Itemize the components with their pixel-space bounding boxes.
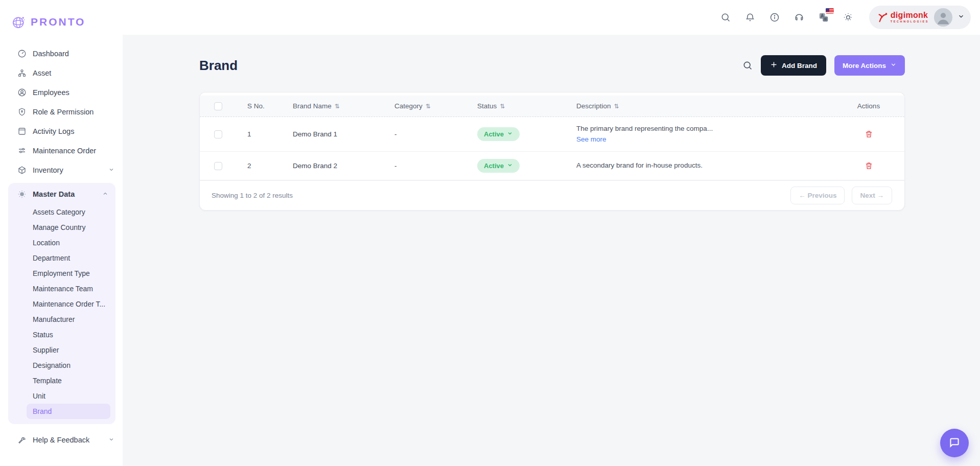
wrench-icon (17, 435, 27, 445)
table-footer: Showing 1 to 2 of 2 results ← Previous N… (200, 180, 904, 210)
table-search-icon[interactable] (742, 60, 753, 71)
sidebar-item-maintenance-order-type[interactable]: Maintenance Order T... (27, 296, 110, 312)
language-translate-icon[interactable]: A✶ (818, 12, 829, 23)
cell-sno: 1 (233, 130, 278, 138)
cell-sno: 2 (233, 162, 278, 170)
search-icon[interactable] (720, 12, 731, 23)
logo-text: PRONTO (31, 16, 85, 28)
sidebar-item-brand[interactable]: Brand (27, 404, 110, 419)
col-header-description[interactable]: Description⇅ (562, 102, 833, 110)
sort-icon[interactable]: ⇅ (614, 103, 619, 110)
col-header-sno: S No. (247, 102, 265, 110)
us-flag-icon (826, 8, 834, 14)
cell-category: - (380, 130, 463, 138)
sidebar-item-label: Asset (33, 69, 51, 77)
sub-item-label: Status (33, 331, 53, 339)
profile-menu[interactable]: digimonk TECHNOLOGIES (869, 6, 971, 29)
sort-icon[interactable]: ⇅ (500, 103, 505, 110)
table-row: 2 Demo Brand 2 - Active A secondary bran… (200, 152, 904, 180)
sort-icon[interactable]: ⇅ (426, 103, 431, 110)
sidebar-item-status[interactable]: Status (27, 327, 110, 342)
sidebar-item-assets-category[interactable]: Assets Category (27, 204, 110, 220)
sidebar-item-label: Employees (33, 88, 69, 97)
sidebar-item-employment-type[interactable]: Employment Type (27, 266, 110, 281)
sidebar-item-supplier[interactable]: Supplier (27, 342, 110, 358)
row-checkbox[interactable] (214, 130, 222, 138)
sidebar-item-employees[interactable]: Employees (0, 83, 123, 102)
topbar: A✶ digimonk TECHNOLOGIES (123, 0, 980, 35)
next-page-button[interactable]: Next → (852, 187, 892, 204)
sub-item-label: Department (33, 254, 70, 262)
sub-item-label: Location (33, 239, 60, 247)
col-label: Actions (857, 102, 880, 110)
sidebar-item-inventory[interactable]: Inventory (0, 160, 123, 180)
sub-item-label: Maintenance Team (33, 285, 93, 293)
plus-icon (770, 61, 778, 70)
cell-description: The primary brand representing the compa… (562, 124, 833, 145)
chevron-up-icon (102, 190, 108, 198)
sidebar-item-maintenance-order[interactable]: Maintenance Order (0, 141, 123, 160)
more-actions-button[interactable]: More Actions (834, 55, 905, 76)
sidebar-item-manufacturer[interactable]: Manufacturer (27, 312, 110, 327)
col-header-category[interactable]: Category⇅ (380, 102, 463, 110)
previous-page-button[interactable]: ← Previous (790, 187, 845, 204)
sort-icon[interactable]: ⇅ (335, 103, 340, 110)
sidebar-item-role-permission[interactable]: Role & Permission (0, 102, 123, 122)
sidebar-item-label: Role & Permission (33, 108, 94, 116)
sidebar-item-location[interactable]: Location (27, 235, 110, 250)
sub-item-label: Supplier (33, 346, 59, 354)
sub-item-label: Manage Country (33, 223, 86, 231)
sub-item-label: Designation (33, 361, 71, 369)
notifications-bell-icon[interactable] (744, 12, 756, 23)
sidebar-item-dashboard[interactable]: Dashboard (0, 44, 123, 63)
sidebar-item-maintenance-team[interactable]: Maintenance Team (27, 281, 110, 296)
status-badge[interactable]: Active (477, 127, 520, 141)
delete-button[interactable] (862, 128, 875, 141)
status-label: Active (484, 130, 504, 138)
table-row: 1 Demo Brand 1 - Active The primary bran… (200, 117, 904, 152)
support-headset-icon[interactable] (794, 12, 805, 23)
logo[interactable]: PRONTO (0, 8, 123, 33)
sidebar-item-manage-country[interactable]: Manage Country (27, 220, 110, 235)
row-checkbox[interactable] (214, 162, 222, 170)
app-root: PRONTO Dashboard Asset Employees (0, 0, 980, 466)
add-brand-label: Add Brand (782, 62, 817, 69)
digimonk-logo: digimonk TECHNOLOGIES (877, 11, 929, 24)
sidebar-item-department[interactable]: Department (27, 250, 110, 266)
sidebar-item-master-data[interactable]: Master Data (8, 184, 115, 204)
cube-icon (17, 166, 27, 175)
document-icon (17, 127, 27, 136)
cell-brand-name: Demo Brand 2 (278, 162, 380, 170)
info-icon[interactable] (769, 12, 780, 23)
theme-brightness-icon[interactable] (843, 12, 854, 23)
sidebar-item-asset[interactable]: Asset (0, 63, 123, 83)
pronto-logo-icon (11, 14, 27, 30)
sub-item-label: Assets Category (33, 208, 85, 216)
sidebar-item-activity-logs[interactable]: Activity Logs (0, 122, 123, 141)
col-label: Brand Name (293, 102, 332, 110)
sidebar-item-template[interactable]: Template (27, 373, 110, 388)
sidebar-item-unit[interactable]: Unit (27, 388, 110, 404)
company-tagline: TECHNOLOGIES (891, 20, 929, 24)
delete-button[interactable] (862, 159, 875, 172)
col-header-status[interactable]: Status⇅ (463, 102, 562, 110)
col-header-brand-name[interactable]: Brand Name⇅ (278, 102, 380, 110)
sidebar-item-designation[interactable]: Designation (27, 358, 110, 373)
status-badge[interactable]: Active (477, 159, 520, 173)
chevron-down-icon (507, 130, 513, 138)
see-more-link[interactable]: See more (576, 134, 833, 145)
sidebar-item-label: Inventory (33, 166, 63, 174)
sidebar-nav: Dashboard Asset Employees Role & Permiss… (0, 44, 123, 450)
chat-fab-button[interactable] (940, 429, 969, 457)
cell-brand-name: Demo Brand 1 (278, 130, 380, 138)
sidebar-item-help-feedback[interactable]: Help & Feedback (0, 430, 123, 450)
sidebar-item-label: Maintenance Order (33, 147, 96, 155)
page-actions: Add Brand More Actions (742, 55, 905, 76)
sidebar-item-label: Activity Logs (33, 127, 74, 135)
svg-text:✶: ✶ (824, 17, 827, 21)
add-brand-button[interactable]: Add Brand (761, 55, 826, 76)
avatar (934, 8, 952, 27)
brand-table-card: S No. Brand Name⇅ Category⇅ Status⇅ Desc… (199, 92, 905, 211)
select-all-checkbox[interactable] (214, 102, 222, 110)
sidebar-item-label: Master Data (33, 190, 75, 198)
